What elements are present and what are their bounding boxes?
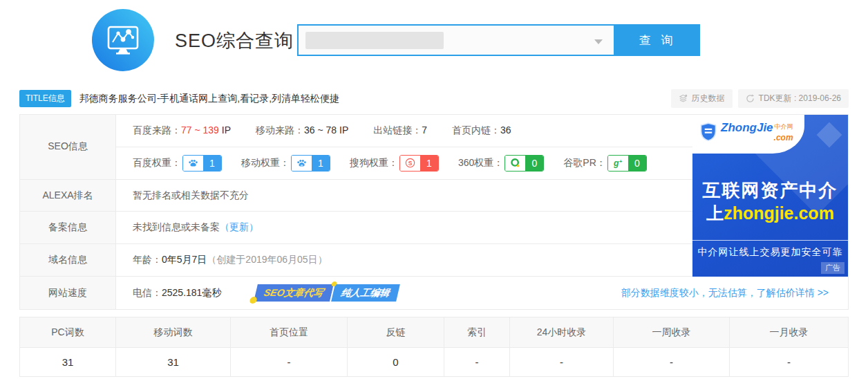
icp-value: 未找到信息或未备案 （更新） bbox=[116, 212, 692, 244]
baidu-weight-badge[interactable]: 1 bbox=[182, 155, 222, 172]
ad-slogan: 中介网让线上交易更加安全可靠 bbox=[692, 246, 848, 259]
svg-text:m: m bbox=[301, 164, 303, 167]
stats-header-month-included: 一月收录 bbox=[730, 317, 848, 348]
site-title-text: 邦德商务服务公司-手机通话网上查询,看记录,列清单轻松便捷 bbox=[79, 93, 339, 105]
stats-header-homepage-position: 首页位置 bbox=[231, 317, 348, 348]
alexa-value: 暂无排名或相关数据不充分 bbox=[116, 180, 692, 212]
zhongjie-ad-banner[interactable]: ZhongJie 中介网 .com 互联网资产中介 上zhongjie.com … bbox=[692, 115, 848, 277]
stats-header-24h-included: 24小时收录 bbox=[510, 317, 614, 348]
speed-row: 电信： 2525.181毫秒 SEO文章代写 纯人工编辑 部分数据维度较小，无法… bbox=[116, 277, 848, 309]
icp-update-link[interactable]: （更新） bbox=[220, 221, 258, 234]
stats-header-index: 索引 bbox=[444, 317, 510, 348]
baidu-weight: 百度权重： 1 bbox=[133, 155, 222, 172]
stats-header-backlinks: 反链 bbox=[348, 317, 444, 348]
row-label-icp: 备案信息 bbox=[20, 212, 116, 244]
stats-value-homepage-position: - bbox=[231, 348, 348, 376]
svg-text:+: + bbox=[619, 158, 623, 165]
seo-query-page: SEO综合查询 查 询 TITLE信息 邦德商务服务公司-手机通话网上查询,看记… bbox=[0, 0, 868, 379]
title-bar: TITLE信息 邦德商务服务公司-手机通话网上查询,看记录,列清单轻松便捷 历史… bbox=[19, 89, 849, 108]
page-title: SEO综合查询 bbox=[175, 28, 294, 53]
estimate-detail-link[interactable]: 部分数据维度较小，无法估算，了解估价详情 >> bbox=[621, 287, 829, 299]
keyword-stats-table: PC词数 移动词数 首页位置 反链 索引 24小时收录 一周收录 一月收录 31… bbox=[19, 317, 849, 377]
mobile-weight-badge[interactable]: m 1 bbox=[291, 155, 330, 172]
mobile-traffic: 移动来路：36 ~ 78 IP bbox=[256, 124, 348, 137]
stats-value-pc-words: 31 bbox=[20, 348, 116, 376]
stats-header-week-included: 一周收录 bbox=[614, 317, 730, 348]
360-weight-badge[interactable]: 0 bbox=[504, 155, 544, 172]
stats-value-week-included: - bbox=[614, 348, 730, 376]
baidu-paw-icon bbox=[183, 156, 203, 171]
row-label-speed: 网站速度 bbox=[20, 277, 116, 309]
stats-value-month-included: - bbox=[730, 348, 848, 376]
search-combo: 查 询 bbox=[297, 24, 700, 56]
chevron-down-icon[interactable] bbox=[594, 39, 603, 48]
outbound-links: 出站链接：7 bbox=[373, 124, 427, 137]
row-label-seo-info: SEO信息 bbox=[20, 115, 116, 180]
svg-text:g: g bbox=[613, 158, 619, 168]
baidu-traffic: 百度来路：77 ~ 139 IP bbox=[133, 124, 231, 137]
360-weight: 360权重： 0 bbox=[458, 155, 544, 172]
promo-badge[interactable]: SEO文章代写 纯人工编辑 bbox=[254, 284, 400, 302]
stats-value-row: 31 31 - 0 - - - - bbox=[20, 348, 848, 376]
stats-header-mobile-words: 移动词数 bbox=[116, 317, 231, 348]
ad-tag: 广告 bbox=[821, 262, 845, 274]
stats-value-backlinks: 0 bbox=[348, 348, 444, 376]
search-input[interactable] bbox=[297, 24, 615, 56]
history-data-button[interactable]: 历史数据 bbox=[671, 89, 733, 108]
google-plus-icon: g+ bbox=[608, 156, 628, 171]
layers-icon bbox=[679, 94, 688, 103]
seo-info-table: SEO信息 百度来路：77 ~ 139 IP 移动来路：36 ~ 78 IP 出… bbox=[19, 114, 849, 310]
google-pr-badge[interactable]: g+ 0 bbox=[607, 155, 647, 172]
ad-headline: 互联网资产中介 bbox=[692, 178, 848, 203]
query-button[interactable]: 查 询 bbox=[615, 24, 700, 56]
app-logo-icon bbox=[92, 9, 154, 71]
weight-row: 百度权重： 1 移动权重： m 1 搜狗权重： bbox=[116, 147, 692, 180]
sogou-s-icon: S bbox=[400, 156, 420, 171]
sogou-weight: 搜狗权重： S 1 bbox=[350, 155, 439, 172]
censored-query-value bbox=[305, 32, 444, 49]
homepage-inner-links: 首页内链：36 bbox=[452, 124, 511, 137]
zhongjie-logo: ZhongJie 中介网 .com bbox=[692, 115, 804, 154]
google-pr: 谷歌PR： g+ 0 bbox=[563, 155, 646, 172]
360-ring-icon bbox=[505, 156, 525, 171]
title-badge: TITLE信息 bbox=[19, 90, 71, 107]
mobile-weight: 移动权重： m 1 bbox=[241, 155, 330, 172]
domain-age-value: 年龄： 0年5月7日 （创建于2019年06月05日） bbox=[116, 244, 692, 277]
stats-header-pc-words: PC词数 bbox=[20, 317, 116, 348]
ad-domain-line: 上zhongjie.com bbox=[692, 202, 848, 225]
ad-divider bbox=[692, 240, 848, 241]
stats-header-row: PC词数 移动词数 首页位置 反链 索引 24小时收录 一周收录 一月收录 bbox=[20, 317, 848, 348]
svg-text:S: S bbox=[408, 160, 413, 167]
sogou-weight-badge[interactable]: S 1 bbox=[399, 155, 439, 172]
tdk-update-button[interactable]: TDK更新 : 2019-06-26 bbox=[738, 89, 849, 108]
row-label-alexa: ALEXA排名 bbox=[20, 180, 116, 212]
stats-value-mobile-words: 31 bbox=[116, 348, 231, 376]
row-label-domain: 域名信息 bbox=[20, 244, 116, 277]
stats-value-24h-included: - bbox=[510, 348, 614, 376]
baidu-mobile-paw-icon: m bbox=[292, 156, 312, 171]
refresh-icon bbox=[746, 94, 755, 103]
stats-value-index: - bbox=[444, 348, 510, 376]
shield-icon bbox=[699, 122, 717, 142]
traffic-row: 百度来路：77 ~ 139 IP 移动来路：36 ~ 78 IP 出站链接：7 … bbox=[116, 115, 692, 147]
